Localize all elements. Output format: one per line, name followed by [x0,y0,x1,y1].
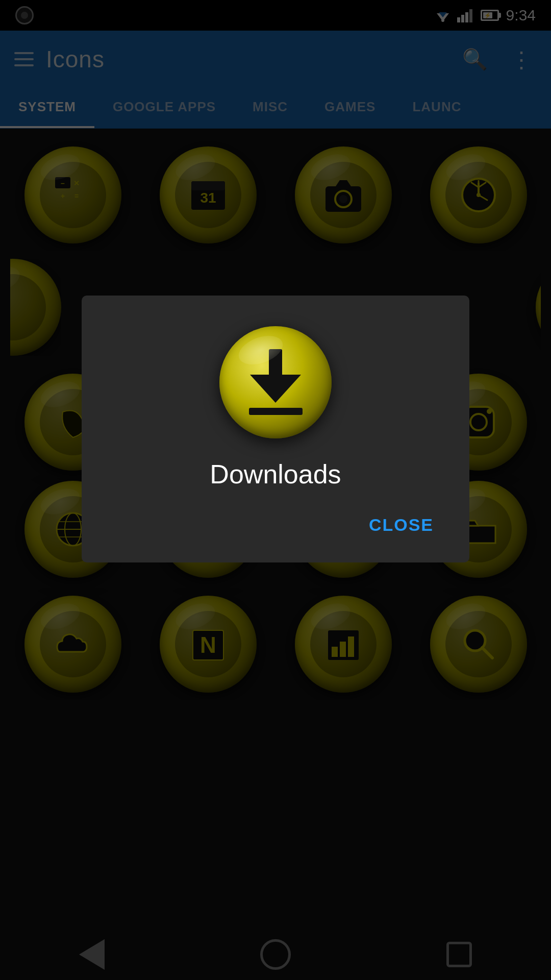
overlay: Downloads CLOSE [0,0,551,980]
download-stem [269,349,282,376]
downloads-icon [219,326,332,438]
download-symbol [249,349,303,415]
download-arrow [250,375,301,403]
dialog-actions: CLOSE [112,508,439,542]
download-bar [249,408,303,415]
dialog-title: Downloads [210,459,341,489]
dialog: Downloads CLOSE [82,296,469,562]
close-button[interactable]: CLOSE [364,508,439,542]
